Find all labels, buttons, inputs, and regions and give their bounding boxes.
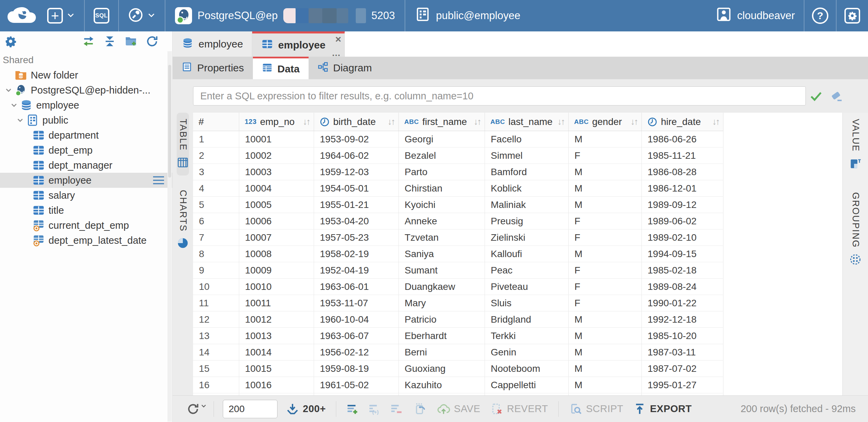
data-cell[interactable]: 1985-11-21 [642, 147, 723, 164]
tab-employee-table[interactable]: employee × ... [252, 31, 345, 57]
table-row[interactable]: 11100111953-11-07MarySluisF1990-01-22 [193, 295, 842, 311]
data-cell[interactable]: 1959-08-19 [314, 361, 399, 377]
row-number-cell[interactable]: 1 [193, 131, 239, 147]
table-row[interactable]: 6100061953-04-20AnnekePreusigF1989-06-02 [193, 213, 842, 229]
tree-item[interactable]: department [0, 128, 172, 143]
tab-table-presentation[interactable]: TABLE [177, 113, 189, 175]
table-row[interactable]: 14100141956-02-12BerniGeninM1987-03-11 [193, 344, 842, 361]
data-cell[interactable]: Piveteau [485, 279, 569, 295]
data-cell[interactable]: Anneke [399, 213, 485, 229]
close-icon[interactable]: × [335, 34, 341, 44]
row-number-cell[interactable]: 10 [193, 279, 239, 295]
data-cell[interactable]: M [569, 361, 642, 377]
data-cell[interactable]: Chirstian [399, 180, 485, 197]
data-cell[interactable]: 10002 [239, 147, 314, 164]
data-cell[interactable]: Saniya [399, 246, 485, 262]
cloudbeaver-logo-icon[interactable] [5, 4, 38, 27]
data-cell[interactable]: 10014 [239, 344, 314, 361]
data-cell[interactable]: Tzvetan [399, 229, 485, 246]
data-cell[interactable]: 10008 [239, 246, 314, 262]
data-cell[interactable]: Kalloufi [485, 246, 569, 262]
data-cell[interactable]: 1989-02-10 [642, 229, 723, 246]
data-cell[interactable]: F [569, 213, 642, 229]
duplicate-row-icon[interactable]: (+) [368, 402, 381, 416]
table-row[interactable]: 15100151959-08-19GuoxiangNooteboomM1987-… [193, 361, 842, 377]
row-number-cell[interactable]: 3 [193, 164, 239, 180]
tree-item[interactable]: dept_emp_latest_date [0, 233, 172, 248]
add-row-icon[interactable] [346, 402, 360, 416]
tree-item[interactable]: salary [0, 188, 172, 203]
data-cell[interactable]: 1954-05-01 [314, 180, 399, 197]
fetch-more-button[interactable]: 200+ [286, 402, 326, 416]
data-cell[interactable]: Bamford [485, 164, 569, 180]
fetch-size-input[interactable] [223, 400, 277, 418]
data-cell[interactable]: Kazuhito [399, 377, 485, 393]
data-cell[interactable]: 10015 [239, 361, 314, 377]
data-cell[interactable]: Facello [485, 131, 569, 147]
data-cell[interactable]: Sluis [485, 295, 569, 311]
tree-item[interactable]: public [0, 113, 172, 128]
tree-item[interactable]: dept_emp [0, 143, 172, 158]
data-cell[interactable]: F [569, 295, 642, 311]
data-cell[interactable]: Zielinski [485, 229, 569, 246]
row-number-cell[interactable]: 6 [193, 213, 239, 229]
data-cell[interactable]: Simmel [485, 147, 569, 164]
sort-arrows-icon[interactable]: ↓↑ [630, 116, 641, 127]
tree-item[interactable]: PostgreSQL@ep-hidden-... [0, 83, 172, 98]
table-row[interactable]: 12100121960-10-04PatricioBridglandM1992-… [193, 311, 842, 328]
data-cell[interactable]: 1958-02-19 [314, 246, 399, 262]
sort-arrows-icon[interactable]: ↓↑ [712, 116, 723, 127]
data-cell[interactable]: M [569, 377, 642, 393]
chevron-down-icon[interactable] [8, 99, 20, 111]
data-cell[interactable]: 10003 [239, 164, 314, 180]
data-cell[interactable]: 1985-10-20 [642, 328, 723, 344]
data-cell[interactable]: 1960-10-04 [314, 311, 399, 328]
data-cell[interactable]: Bezalel [399, 147, 485, 164]
script-button[interactable]: SCRIPT [569, 402, 623, 416]
data-cell[interactable]: 1961-05-02 [314, 377, 399, 393]
data-cell[interactable]: 1952-04-19 [314, 262, 399, 279]
sidebar-scrollbar[interactable] [167, 51, 172, 422]
item-menu-icon[interactable] [152, 175, 165, 185]
tab-grouping-panel[interactable]: GROUPING [849, 186, 862, 272]
data-cell[interactable]: M [569, 328, 642, 344]
data-cell[interactable]: 10010 [239, 279, 314, 295]
tab-employee-database[interactable]: employee [173, 31, 252, 57]
tree-item[interactable]: dept_manager [0, 158, 172, 173]
data-cell[interactable]: F [569, 229, 642, 246]
tree-item[interactable]: current_dept_emp [0, 218, 172, 233]
data-cell[interactable]: 1986-06-26 [642, 131, 723, 147]
column-header-rownum[interactable]: # [193, 113, 239, 131]
column-header-last_name[interactable]: ABClast_name↓↑ [485, 113, 569, 131]
new-folder-icon[interactable] [124, 35, 137, 48]
table-row[interactable]: 3100031959-12-03PartoBamfordM1986-08-28 [193, 164, 842, 180]
data-cell[interactable]: Mary [399, 295, 485, 311]
data-cell[interactable]: 1995-01-27 [642, 377, 723, 393]
export-button[interactable]: EXPORT [633, 402, 692, 416]
data-cell[interactable]: 10007 [239, 229, 314, 246]
chevron-down-icon[interactable] [14, 114, 26, 126]
row-number-cell[interactable]: 12 [193, 311, 239, 328]
row-number-cell[interactable]: 4 [193, 180, 239, 197]
data-cell[interactable]: Kyoichi [399, 197, 485, 213]
data-cell[interactable]: 10005 [239, 197, 314, 213]
data-cell[interactable]: M [569, 246, 642, 262]
row-number-cell[interactable]: 11 [193, 295, 239, 311]
data-cell[interactable]: 1957-05-23 [314, 229, 399, 246]
chevron-down-icon[interactable] [3, 84, 14, 96]
data-cell[interactable]: 10004 [239, 180, 314, 197]
refresh-result-icon[interactable] [186, 402, 200, 416]
data-cell[interactable]: 1964-06-02 [314, 147, 399, 164]
rollback-changes-icon[interactable] [413, 402, 426, 416]
data-cell[interactable]: 1987-07-02 [642, 361, 723, 377]
data-cell[interactable]: 1986-08-28 [642, 164, 723, 180]
row-number-cell[interactable]: 16 [193, 377, 239, 393]
sort-arrows-icon[interactable]: ↓↑ [388, 116, 398, 127]
row-number-cell[interactable]: 2 [193, 147, 239, 164]
new-connection-button[interactable]: + [38, 0, 84, 31]
sort-arrows-icon[interactable]: ↓↑ [303, 116, 314, 127]
table-row[interactable]: 2100021964-06-02BezalelSimmelF1985-11-21 [193, 147, 842, 164]
save-button[interactable]: SAVE [437, 402, 480, 416]
row-number-cell[interactable]: 15 [193, 361, 239, 377]
data-cell[interactable]: Maliniak [485, 197, 569, 213]
